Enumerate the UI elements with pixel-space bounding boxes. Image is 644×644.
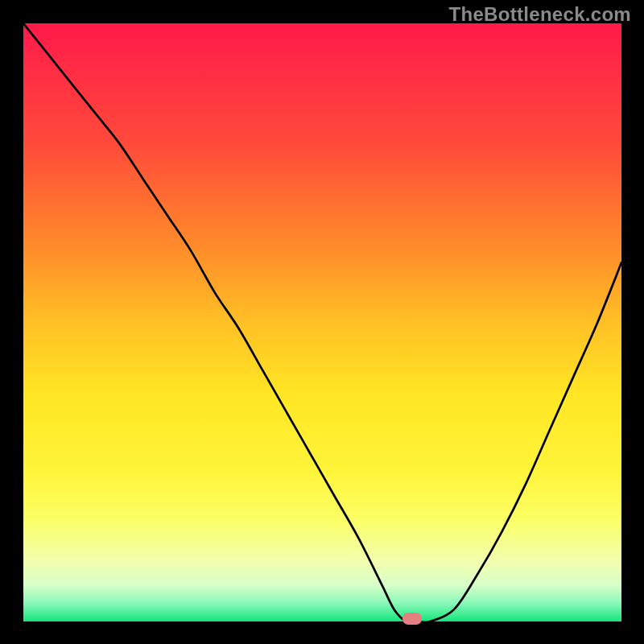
optimum-marker	[402, 613, 422, 625]
plot-gradient-area	[23, 23, 621, 621]
chart-stage: TheBottleneck.com	[0, 0, 644, 644]
watermark-text: TheBottleneck.com	[449, 3, 631, 26]
